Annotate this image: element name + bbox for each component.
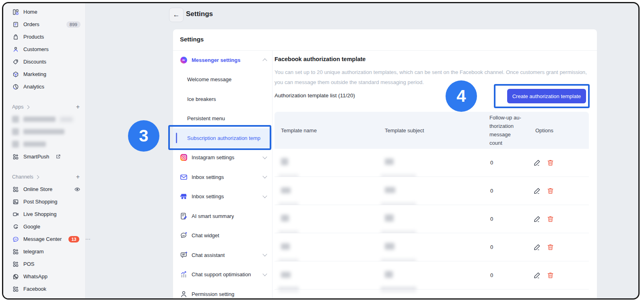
subnav-inbox-settings-store[interactable]: Inbox settings <box>173 187 272 207</box>
sidebar-item-discounts[interactable]: Discounts <box>3 55 85 68</box>
subnav-item-label: Messenger settings <box>192 57 240 63</box>
subnav-chat-widget[interactable]: Chat widget <box>173 226 272 246</box>
subnav-item-label: Inbox settings <box>192 193 224 199</box>
sidebar-item-online-store[interactable]: Online Store <box>3 183 85 195</box>
sidebar-item-label: telegram <box>23 249 44 255</box>
more-icon[interactable]: ⋯ <box>85 236 91 242</box>
authorization-template-table: Template name Template subject Follow-up… <box>275 112 589 300</box>
sidebar-item-whatsapp[interactable]: WhatsApp <box>3 270 85 283</box>
sidebar-item-label: WhatsApp <box>23 273 47 279</box>
sidebar-item-facebook[interactable]: Facebook <box>3 283 85 295</box>
edit-icon[interactable] <box>533 187 541 195</box>
sidebar-item-live-shopping[interactable]: Live Shopping <box>3 208 85 220</box>
subnav-item-label: Chat widget <box>192 232 219 238</box>
channels-header-label: Channels <box>12 174 33 180</box>
template-list-label: Authorization template list (11/20) <box>275 92 355 99</box>
subnav-inbox-settings-mail[interactable]: Inbox settings <box>173 167 272 187</box>
sidebar-item-redacted[interactable] <box>3 138 85 150</box>
sidebar-item-label: Products <box>23 34 44 40</box>
channels-section-header[interactable]: Channels + <box>3 170 85 183</box>
delete-icon[interactable] <box>547 187 554 195</box>
column-header-followup-count: Follow-up au- thorization message count <box>489 113 535 147</box>
sidebar-item-label: Analytics <box>23 84 44 90</box>
delete-icon[interactable] <box>547 159 554 166</box>
column-header-template-subject: Template subject <box>385 126 424 135</box>
edit-icon[interactable] <box>533 271 541 279</box>
subnav-instagram-settings[interactable]: Instagram settings <box>173 148 272 168</box>
chat-icon <box>12 236 19 242</box>
sidebar-item-home[interactable]: Home <box>3 6 85 18</box>
redacted-app-label <box>60 117 73 122</box>
redacted-app-label <box>23 142 46 147</box>
sidebar-item-redacted[interactable] <box>3 113 85 125</box>
app-grid-icon <box>12 286 19 292</box>
annotation-box-step3 <box>168 125 271 150</box>
subnav-ice-breakers[interactable]: Ice breakers <box>173 89 272 109</box>
subnav-permission-setting[interactable]: Permission setting <box>173 284 272 300</box>
followup-count: 0 <box>490 160 493 166</box>
sidebar-item-orders[interactable]: Orders 899 <box>3 18 85 31</box>
followup-count: 0 <box>490 272 493 278</box>
app-grid-icon <box>12 261 19 267</box>
sidebar-item-label: Orders <box>23 21 39 27</box>
app-window: Home Orders 899 Products Customers Disco… <box>2 2 640 300</box>
subnav-chat-support-optimisation[interactable]: Chat support optimisation <box>173 265 272 285</box>
edit-icon[interactable] <box>533 159 541 166</box>
whatsapp-icon <box>12 273 19 280</box>
column-header-template-name: Template name <box>281 126 317 135</box>
sidebar-item-products[interactable]: Products <box>3 31 85 43</box>
chevron-down-icon <box>262 271 267 276</box>
sidebar-item-smartpush[interactable]: SmartPush <box>3 150 85 163</box>
redacted-template-subject <box>385 243 394 250</box>
sidebar-item-marketing[interactable]: Marketing <box>3 68 85 80</box>
subnav-welcome-message[interactable]: Welcome message <box>173 70 272 90</box>
chevron-down-icon <box>262 193 267 198</box>
store-icon <box>180 193 188 200</box>
table-row: 0 <box>275 233 589 261</box>
back-button[interactable]: ← <box>169 8 184 22</box>
home-icon <box>12 8 19 15</box>
sidebar-item-google[interactable]: Google <box>3 220 85 233</box>
sidebar-item-label: Home <box>23 9 37 15</box>
sidebar-item-analytics[interactable]: Analytics <box>3 80 85 93</box>
subnav-messenger-settings[interactable]: Messenger settings <box>173 50 272 70</box>
sidebar-item-redacted[interactable] <box>3 125 85 138</box>
subnav-item-label: Permission setting <box>192 291 234 297</box>
orders-icon <box>12 21 19 28</box>
subnav-ai-smart-summary[interactable]: AI smart summary <box>173 206 272 226</box>
subnav-chat-assistant[interactable]: Chat assistant <box>173 245 272 265</box>
eye-icon[interactable] <box>74 186 80 193</box>
apps-section-header[interactable]: Apps + <box>3 101 85 113</box>
sidebar-item-post-shopping[interactable]: Post Shopping <box>3 195 85 208</box>
sidebar-item-pos[interactable]: POS <box>3 258 85 270</box>
subnav-item-label: Chat support optimisation <box>192 271 251 277</box>
sidebar-item-label: SmartPush <box>23 154 49 160</box>
subnav-item-label: Chat assistant <box>192 252 225 258</box>
delete-icon[interactable] <box>547 243 554 251</box>
person-icon <box>180 290 188 298</box>
panel-title: Settings <box>180 36 204 43</box>
table-row: 0 <box>275 205 589 233</box>
sidebar-item-label: Online Store <box>23 186 52 192</box>
chevron-up-icon <box>262 59 267 63</box>
subnav-item-label: Persistent menu <box>187 115 225 121</box>
products-icon <box>12 33 19 40</box>
annotation-box-step4 <box>494 84 590 108</box>
sidebar-item-label: Live Shopping <box>23 211 56 217</box>
add-channel-button[interactable]: + <box>76 174 80 180</box>
edit-icon[interactable] <box>533 243 541 251</box>
app-grid-icon <box>12 248 19 255</box>
google-icon <box>12 223 19 230</box>
sidebar-item-message-center[interactable]: Message Center 13 ⋯ <box>3 233 85 245</box>
chevron-down-icon <box>262 174 267 179</box>
add-app-button[interactable]: + <box>76 104 80 110</box>
chat-widget-icon <box>180 232 188 239</box>
back-arrow-icon: ← <box>173 11 180 19</box>
sidebar-item-telegram[interactable]: telegram <box>3 245 85 258</box>
orders-count-badge: 899 <box>66 21 80 28</box>
delete-icon[interactable] <box>547 271 554 279</box>
sidebar-item-customers[interactable]: Customers <box>3 43 85 55</box>
subnav-item-label: AI smart summary <box>192 213 234 219</box>
edit-icon[interactable] <box>533 215 541 223</box>
delete-icon[interactable] <box>547 215 554 223</box>
